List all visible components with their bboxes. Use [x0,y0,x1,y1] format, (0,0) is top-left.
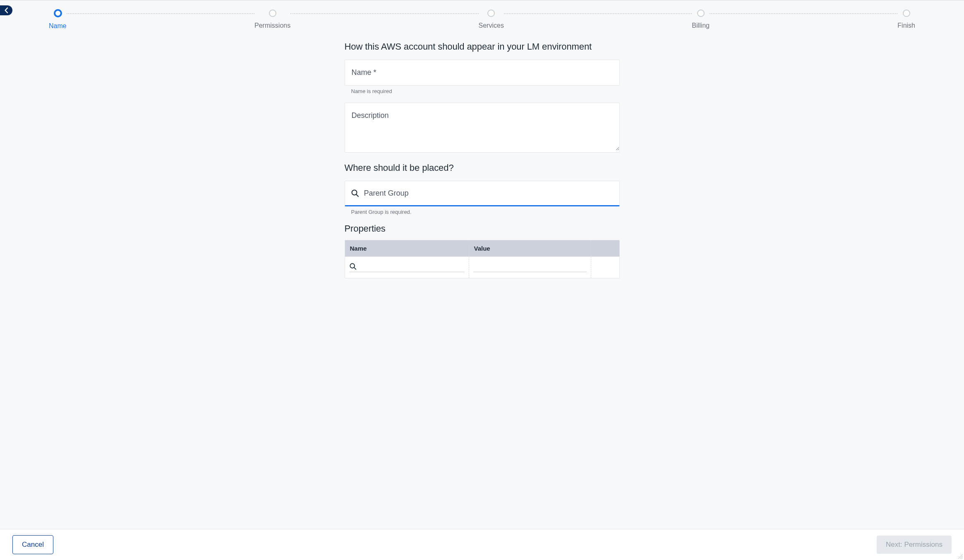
properties-row [345,256,619,278]
step-label: Name [49,22,67,30]
name-input[interactable] [345,60,619,85]
step-finish[interactable]: Finish [897,10,910,29]
step-indicator [487,10,495,17]
step-label: Finish [897,22,915,29]
wizard-footer: Cancel Next: Permissions [0,529,964,560]
step-indicator [697,10,705,17]
wizard-stepper: Name Permissions Services Billing Finish [0,5,964,40]
step-indicator [903,10,910,17]
property-row-actions [591,257,619,278]
search-icon [351,189,359,197]
description-field-container [345,103,620,153]
svg-line-3 [354,268,355,269]
step-billing[interactable]: Billing [692,10,710,29]
parent-group-helper-text: Parent Group is required. [345,209,620,215]
step-services[interactable]: Services [479,10,504,29]
name-field-container [345,60,620,86]
step-connector [67,13,254,14]
properties-table: Name Value [345,240,620,278]
parent-group-field [345,181,620,206]
properties-col-value: Value [469,240,591,256]
property-value-input[interactable] [473,263,587,270]
step-connector [504,13,692,14]
step-label: Services [479,22,504,29]
step-name[interactable]: Name [54,10,67,30]
step-indicator-active [54,9,62,17]
step-connector [710,13,897,14]
section-heading-placement: Where should it be placed? [345,163,620,173]
parent-group-input[interactable] [364,189,614,198]
description-textarea[interactable] [345,103,619,151]
section-heading-properties: Properties [345,223,620,234]
section-heading-appearance: How this AWS account should appear in yo… [345,41,620,52]
step-connector [290,13,478,14]
cancel-button[interactable]: Cancel [12,535,53,554]
step-permissions[interactable]: Permissions [254,10,290,29]
step-label: Billing [692,22,710,29]
properties-col-name: Name [345,240,469,256]
step-indicator [269,10,276,17]
properties-col-actions [591,240,619,256]
svg-line-1 [356,194,358,196]
properties-table-header: Name Value [345,240,619,256]
search-icon [349,263,357,270]
name-helper-text: Name is required [345,88,620,94]
next-permissions-button[interactable]: Next: Permissions [877,536,952,554]
property-name-input[interactable] [359,263,465,270]
step-label: Permissions [254,22,290,29]
